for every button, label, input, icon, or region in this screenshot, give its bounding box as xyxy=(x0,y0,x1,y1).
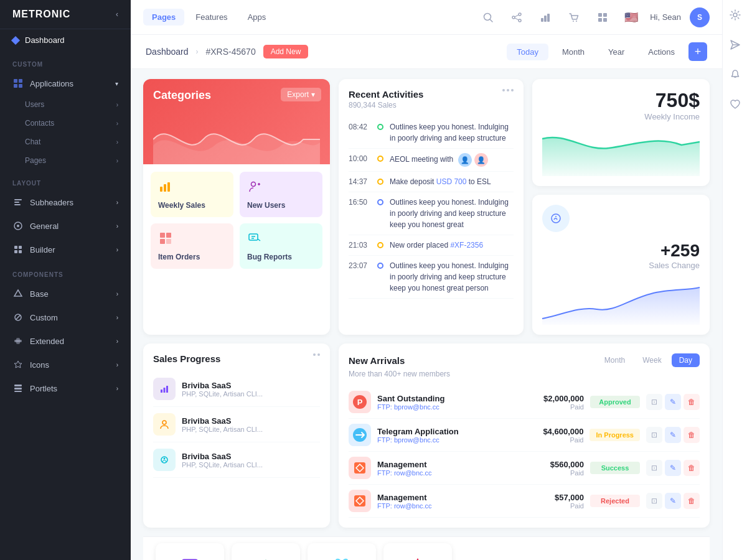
toggle-day[interactable]: Day xyxy=(672,353,700,367)
arrival-row-2: Management FTP: row@bnc.cc $560,000 Paid… xyxy=(349,452,700,485)
delete-icon[interactable]: 🗑 xyxy=(684,427,700,443)
category-new-users[interactable]: New Users xyxy=(240,172,322,217)
progress-item-1: Briviba SaaS PHP, SQLite, Artisan CLI... xyxy=(153,407,320,442)
general-icon xyxy=(12,220,24,231)
svg-point-8 xyxy=(17,225,19,227)
nav-link-apps[interactable]: Apps xyxy=(239,9,275,26)
sidebar-item-subheaders[interactable]: Subheaders › xyxy=(0,190,131,214)
edit-icon[interactable]: ✎ xyxy=(665,427,681,443)
copy-icon[interactable]: ⊡ xyxy=(646,460,662,476)
edit-icon[interactable]: ✎ xyxy=(665,493,681,509)
arrival-name-0: Sant Outstanding xyxy=(377,394,522,403)
month-button[interactable]: Month xyxy=(552,44,594,60)
react-logo[interactable] xyxy=(308,543,376,560)
sidebar-item-custom[interactable]: Custom › xyxy=(0,306,131,329)
copy-icon[interactable]: ⊡ xyxy=(646,427,662,443)
svg-rect-47 xyxy=(249,234,258,240)
nav-link-features[interactable]: Features xyxy=(187,9,236,26)
sales-progress-dots[interactable] xyxy=(313,353,320,356)
add-new-button[interactable]: Add New xyxy=(263,45,309,58)
grid-icon[interactable] xyxy=(593,7,613,27)
settings-icon[interactable] xyxy=(725,5,745,25)
heart-icon[interactable] xyxy=(725,95,745,114)
sidebar-item-icons[interactable]: Icons › xyxy=(0,353,131,376)
cart-icon[interactable] xyxy=(564,7,584,27)
share-icon[interactable] xyxy=(507,7,527,27)
sidebar-item-applications[interactable]: Applications ▾ xyxy=(0,72,131,95)
search-icon[interactable] xyxy=(478,7,498,27)
sidebar-item-portlets[interactable]: Portlets › xyxy=(0,376,131,400)
progress-avatar-0 xyxy=(153,378,176,400)
sidebar-item-chat[interactable]: Chat › xyxy=(0,133,131,151)
bell-icon[interactable] xyxy=(725,65,745,85)
chevron-right-icon: › xyxy=(116,139,118,146)
sidebar-item-general[interactable]: General › xyxy=(0,214,131,238)
send-icon[interactable] xyxy=(725,35,745,55)
sidebar-item-base[interactable]: Base › xyxy=(0,282,131,306)
activity-dot xyxy=(377,156,383,162)
arrivals-toggle-buttons: Month Week Day xyxy=(597,353,700,367)
user-avatar[interactable]: S xyxy=(690,7,710,27)
export-button[interactable]: Export ▾ xyxy=(281,88,321,101)
dashboard-icon xyxy=(11,35,20,44)
sidebar-item-dashboard[interactable]: Dashboard xyxy=(0,29,131,51)
svg-rect-33 xyxy=(598,13,602,17)
actions-button[interactable]: Actions xyxy=(638,44,685,60)
svg-point-24 xyxy=(512,16,515,19)
svg-rect-6 xyxy=(14,204,21,205)
activity-dot xyxy=(377,242,383,248)
highlight-amount: USD 700 xyxy=(436,177,467,186)
progress-avatar-2 xyxy=(153,449,176,471)
add-icon-button[interactable]: + xyxy=(688,42,707,61)
category-item-orders[interactable]: Item Orders xyxy=(151,223,233,269)
progress-sub-1: PHP, SQLite, Artisan CLI... xyxy=(182,426,320,433)
vue-logo[interactable]: V xyxy=(232,543,300,560)
arrival-info-3: Management FTP: row@bnc.cc xyxy=(377,493,522,510)
sidebar-item-users[interactable]: Users › xyxy=(0,95,131,114)
arrival-badge-1: In Progress xyxy=(590,429,640,441)
nav-link-pages[interactable]: Pages xyxy=(143,9,184,26)
category-bug-reports[interactable]: Bug Reports xyxy=(240,223,322,269)
svg-rect-28 xyxy=(541,18,543,22)
sidebar-item-contacts[interactable]: Contacts › xyxy=(0,114,131,133)
arrivals-subtitle: More than 400+ new members xyxy=(349,370,700,378)
svg-point-21 xyxy=(484,13,491,20)
bootstrap-logo[interactable]: B xyxy=(156,543,224,560)
arrival-name-2: Management xyxy=(377,460,522,469)
edit-icon[interactable]: ✎ xyxy=(665,394,681,410)
activity-item-1437: 14:37 Make deposit USD 700 to ESL xyxy=(349,172,514,192)
new-users-icon xyxy=(247,179,315,197)
angular-logo[interactable]: A xyxy=(383,543,452,560)
year-button[interactable]: Year xyxy=(598,44,634,60)
svg-rect-11 xyxy=(14,250,17,253)
svg-rect-53 xyxy=(164,388,166,393)
copy-icon[interactable]: ⊡ xyxy=(646,493,662,509)
svg-marker-13 xyxy=(14,290,22,296)
svg-point-55 xyxy=(162,421,166,424)
card-menu-dots[interactable] xyxy=(502,89,514,91)
chevron-right-icon: › xyxy=(116,199,118,206)
sidebar-logo: METRONIC ‹ xyxy=(0,0,131,29)
delete-icon[interactable]: 🗑 xyxy=(684,460,700,476)
sidebar-collapse-icon[interactable]: ‹ xyxy=(116,10,118,19)
delete-icon[interactable]: 🗑 xyxy=(684,493,700,509)
copy-icon[interactable]: ⊡ xyxy=(646,394,662,410)
category-weekly-sales[interactable]: Weekly Sales xyxy=(151,172,233,217)
delete-icon[interactable]: 🗑 xyxy=(684,394,700,410)
today-button[interactable]: Today xyxy=(507,44,548,60)
sidebar-item-extended[interactable]: Extended › xyxy=(0,329,131,353)
svg-rect-18 xyxy=(14,385,22,386)
chart-icon[interactable] xyxy=(535,7,555,27)
arrival-icon-3 xyxy=(349,490,371,512)
sidebar-item-pages[interactable]: Pages › xyxy=(0,151,131,170)
edit-icon[interactable]: ✎ xyxy=(665,460,681,476)
arrival-amount-1: $4,600,000 Paid xyxy=(527,427,583,444)
activity-dot xyxy=(377,199,383,205)
toggle-week[interactable]: Week xyxy=(635,353,669,367)
flag-icon[interactable]: 🇺🇸 xyxy=(621,7,641,27)
svg-point-40 xyxy=(251,182,256,187)
svg-rect-45 xyxy=(160,239,165,244)
toggle-month[interactable]: Month xyxy=(597,353,632,367)
sidebar-item-builder[interactable]: Builder › xyxy=(0,238,131,261)
dot-3 xyxy=(511,89,514,91)
